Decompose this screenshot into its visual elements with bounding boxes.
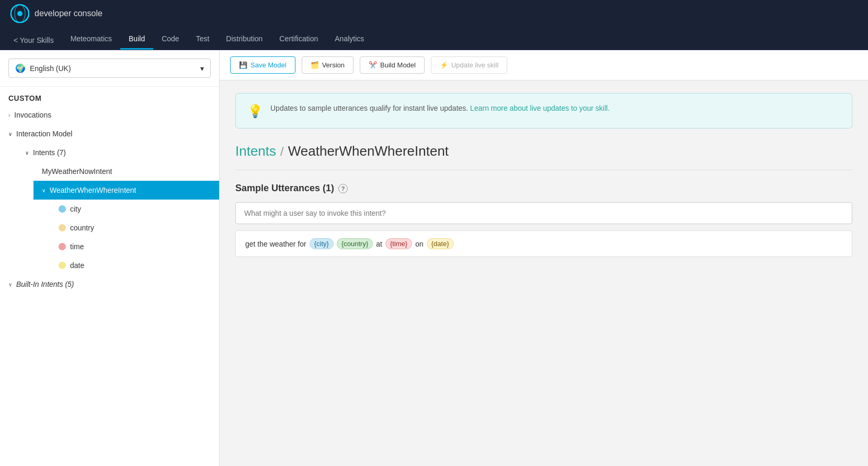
language-selector[interactable]: 🌍 English (UK) ▾	[8, 59, 211, 78]
main-content: 💾 Save Model 🗂️ Version ✂️ Build Model ⚡…	[220, 50, 868, 466]
country-slot-dot	[59, 224, 66, 231]
intents-section: ∨ Intents (7) MyWeatherNowIntent ∨ Weath…	[0, 143, 219, 275]
save-model-label: Save Model	[250, 61, 287, 69]
globe-icon: 🌍	[15, 63, 26, 73]
sidebar: 🌍 English (UK) ▾ CUSTOM › Invocations ∨ …	[0, 50, 220, 466]
bulb-icon: 💡	[247, 104, 263, 119]
sidebar-item-builtin-intents[interactable]: ∨ Built-In Intents (5)	[0, 275, 219, 294]
build-model-label: Build Model	[380, 61, 416, 69]
dev-console-label: developer console	[35, 9, 102, 18]
utterance-at-text: at	[376, 240, 382, 248]
date-slot-tag[interactable]: {date}	[427, 238, 454, 249]
sample-utterances-title: Sample Utterances (1)	[235, 183, 334, 194]
interaction-model-label: Interaction Model	[16, 130, 72, 138]
build-model-button[interactable]: ✂️ Build Model	[360, 56, 425, 74]
sidebar-item-invocations[interactable]: › Invocations	[0, 106, 219, 124]
language-selector-container: 🌍 English (UK) ▾	[0, 50, 219, 87]
invocations-label: Invocations	[14, 111, 51, 119]
date-slot-dot	[59, 262, 66, 269]
nav-item-test[interactable]: Test	[188, 29, 218, 50]
update-live-icon: ⚡	[440, 61, 448, 69]
breadcrumb: Intents / WeatherWhenWhereIntent	[235, 143, 852, 159]
sidebar-item-weatherwhenwhere[interactable]: ∨ WeatherWhenWhereIntent	[33, 181, 219, 200]
time-slot-label: time	[70, 242, 84, 251]
breadcrumb-separator: /	[280, 144, 284, 159]
slots-list: city country time date	[33, 200, 219, 275]
banner-learn-more-link[interactable]: Learn more about live updates to your sk…	[470, 104, 610, 112]
slot-item-date[interactable]: date	[50, 256, 219, 275]
utterance-prefix: get the weather for	[245, 240, 306, 248]
banner-main-text: Updates to sample utterances qualify for…	[270, 104, 468, 112]
nav-item-distribution[interactable]: Distribution	[218, 29, 271, 50]
update-live-button[interactable]: ⚡ Update live skill	[431, 56, 507, 74]
nav-item-build[interactable]: Build	[120, 29, 153, 50]
country-slot-label: country	[70, 224, 94, 232]
sidebar-item-myweathernowintent[interactable]: MyWeatherNowIntent	[33, 162, 219, 181]
slot-item-city[interactable]: city	[50, 200, 219, 218]
builtin-chevron-icon: ∨	[8, 282, 12, 287]
nav-skill-name[interactable]: Meteomatics	[62, 29, 120, 50]
country-slot-tag[interactable]: {country}	[337, 238, 373, 249]
save-model-button[interactable]: 💾 Save Model	[230, 56, 295, 74]
utterance-row: get the weather for {city} {country} at …	[235, 230, 852, 257]
content-area: 💡 Updates to sample utterances qualify f…	[220, 80, 868, 270]
banner-text: Updates to sample utterances qualify for…	[270, 103, 610, 114]
chevron-right-icon: ›	[8, 112, 10, 118]
sidebar-item-intents[interactable]: ∨ Intents (7)	[17, 143, 219, 162]
update-live-label: Update live skill	[451, 61, 498, 69]
dropdown-chevron-icon: ▾	[200, 64, 204, 73]
breadcrumb-current-intent: WeatherWhenWhereIntent	[288, 143, 449, 159]
custom-section: CUSTOM	[0, 87, 219, 106]
slot-item-country[interactable]: country	[50, 218, 219, 237]
help-icon[interactable]: ?	[338, 184, 348, 193]
date-slot-label: date	[70, 261, 84, 270]
save-icon: 💾	[239, 61, 247, 69]
breadcrumb-intents-link[interactable]: Intents	[235, 143, 276, 159]
main-layout: 🌍 English (UK) ▾ CUSTOM › Invocations ∨ …	[0, 50, 868, 466]
toolbar: 💾 Save Model 🗂️ Version ✂️ Build Model ⚡…	[220, 50, 868, 80]
chevron-down-icon: ∨	[8, 131, 12, 137]
city-slot-label: city	[70, 205, 81, 213]
version-label: Version	[322, 61, 345, 69]
build-icon: ✂️	[369, 61, 377, 69]
svg-point-2	[17, 11, 22, 16]
slot-item-time[interactable]: time	[50, 237, 219, 256]
myweathernow-label: MyWeatherNowIntent	[42, 167, 112, 176]
sidebar-item-interaction-model[interactable]: ∨ Interaction Model	[0, 124, 219, 143]
weatherwhenwhere-label: WeatherWhenWhereIntent	[50, 186, 136, 194]
custom-label: CUSTOM	[8, 94, 41, 102]
nav-item-code[interactable]: Code	[153, 29, 187, 50]
info-banner: 💡 Updates to sample utterances qualify f…	[235, 93, 852, 129]
intent-list: MyWeatherNowIntent ∨ WeatherWhenWhereInt…	[17, 162, 219, 275]
intents-label: Intents (7)	[33, 148, 66, 157]
nav-item-certification[interactable]: Certification	[271, 29, 326, 50]
top-header: developer console	[0, 0, 868, 27]
utterance-on-text: on	[415, 240, 424, 248]
alexa-logo: developer console	[10, 4, 102, 23]
nav-back-skills[interactable]: < Your Skills	[5, 31, 62, 50]
builtin-intents-label: Built-In Intents (5)	[16, 280, 74, 288]
section-divider	[235, 170, 852, 170]
active-intent-chevron-icon: ∨	[42, 188, 45, 193]
nav-bar: < Your Skills Meteomatics Build Code Tes…	[0, 27, 868, 50]
city-slot-dot	[59, 205, 66, 213]
time-slot-tag[interactable]: {time}	[385, 238, 412, 249]
alexa-logo-icon	[10, 4, 29, 23]
city-slot-tag[interactable]: {city}	[310, 238, 334, 249]
intents-chevron-icon: ∨	[25, 150, 29, 156]
language-label: English (UK)	[30, 64, 71, 73]
version-button[interactable]: 🗂️ Version	[302, 56, 353, 74]
version-icon: 🗂️	[311, 61, 319, 69]
utterance-input[interactable]	[235, 202, 852, 224]
time-slot-dot	[59, 243, 66, 250]
nav-item-analytics[interactable]: Analytics	[326, 29, 372, 50]
sample-utterances-section: Sample Utterances (1) ?	[235, 183, 852, 194]
